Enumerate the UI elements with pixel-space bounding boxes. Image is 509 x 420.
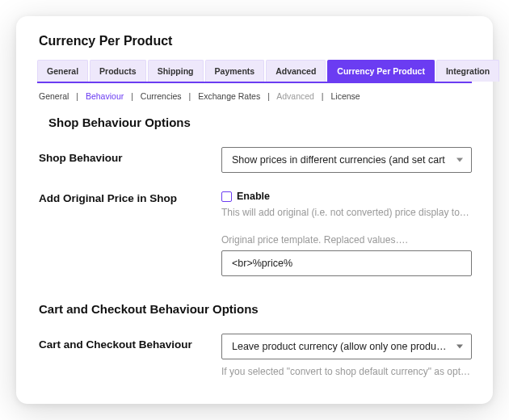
label-add-original: Add Original Price in Shop: [37, 187, 221, 204]
label-cart-behaviour: Cart and Checkout Behaviour: [37, 334, 221, 351]
tab-shipping[interactable]: Shipping: [148, 60, 204, 82]
section-heading-cart: Cart and Checkout Behaviour Options: [39, 302, 472, 316]
subnav-sep: |: [189, 91, 191, 101]
checkbox-enable-label: Enable: [237, 191, 270, 202]
tab-currency-per-product[interactable]: Currency Per Product: [327, 60, 435, 82]
tab-products[interactable]: Products: [90, 60, 146, 82]
section-heading-shop: Shop Behaviour Options: [48, 116, 472, 129]
subnav-behaviour[interactable]: Behaviour: [86, 91, 124, 101]
subnav-sep: |: [131, 91, 133, 101]
subnav-sep: |: [267, 91, 270, 101]
checkbox-enable-original-price[interactable]: [221, 191, 232, 202]
template-label: Original price template. Replaced values…: [221, 234, 472, 246]
subnav-advanced[interactable]: Advanced: [276, 91, 314, 101]
row-shop-behaviour: Shop Behaviour Show prices in different …: [37, 147, 472, 173]
select-shop-behaviour[interactable]: Show prices in different currencies (and…: [221, 147, 472, 173]
input-original-price-template[interactable]: <br>%price%: [221, 250, 472, 276]
cart-behaviour-note: If you selected "convert to shop default…: [221, 366, 472, 377]
settings-panel: Currency Per Product General Products Sh…: [16, 16, 493, 404]
tab-payments[interactable]: Payments: [205, 60, 265, 82]
subnav-sep: |: [76, 91, 78, 101]
tab-advanced[interactable]: Advanced: [266, 60, 326, 82]
select-cart-behaviour[interactable]: Leave product currency (allow only one p…: [221, 334, 472, 359]
page-title: Currency Per Product: [39, 34, 472, 48]
subnav-exchange-rates[interactable]: Exchange Rates: [198, 91, 260, 101]
subnav-sep: |: [322, 91, 324, 101]
tab-general[interactable]: General: [37, 60, 88, 82]
enable-description: This will add original (i.e. not convert…: [221, 207, 472, 218]
subnav-general[interactable]: General: [39, 91, 69, 101]
sub-nav: General | Behaviour | Currencies | Excha…: [39, 91, 472, 101]
select-cart-behaviour-value: Leave product currency (allow only one p…: [232, 341, 448, 352]
select-shop-behaviour-value: Show prices in different currencies (and…: [232, 154, 445, 166]
input-original-price-template-value: <br>%price%: [232, 258, 292, 269]
subnav-license[interactable]: License: [331, 91, 360, 101]
subnav-currencies[interactable]: Currencies: [141, 91, 182, 101]
label-shop-behaviour: Shop Behaviour: [37, 147, 221, 164]
row-add-original: Add Original Price in Shop Enable This w…: [37, 187, 472, 276]
row-cart-behaviour: Cart and Checkout Behaviour Leave produc…: [37, 334, 472, 377]
tab-integration[interactable]: Integration: [436, 60, 499, 82]
main-tabs: General Products Shipping Payments Advan…: [37, 60, 472, 83]
